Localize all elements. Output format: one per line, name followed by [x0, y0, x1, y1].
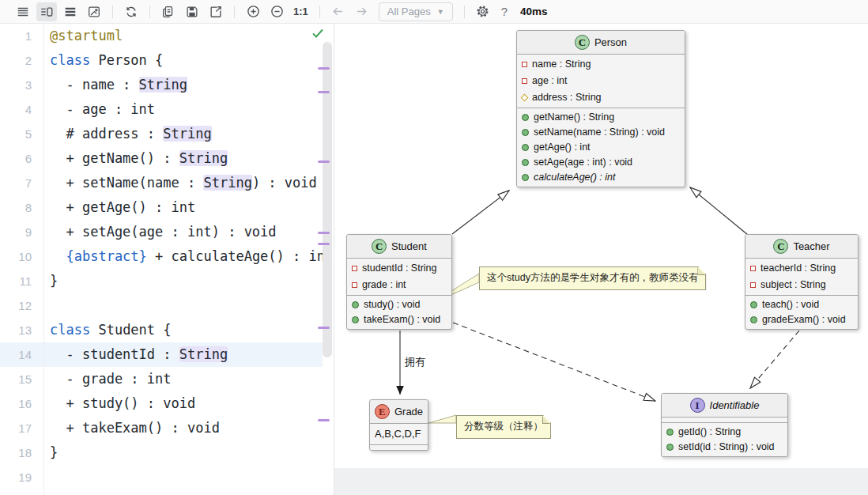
settings-gear-icon[interactable]: [473, 2, 493, 21]
overview-mark: [318, 419, 330, 421]
enum-box-grade: EGradeA,B,C,D,F: [369, 399, 428, 451]
gutter-separator: [43, 24, 44, 495]
view-preview-icon[interactable]: [60, 2, 81, 21]
overview-mark: [318, 91, 330, 93]
editor-scrollbar-thumb[interactable]: [323, 42, 332, 357]
zoom-in-icon[interactable]: [243, 2, 263, 21]
note-grade-comment: 分数等级（注释）: [456, 415, 551, 439]
open-external-icon[interactable]: [206, 2, 226, 21]
interface-badge-icon: I: [690, 398, 705, 413]
render-time-label: 40ms: [520, 6, 548, 17]
toolbar-divider: [149, 6, 150, 18]
copy-document-icon[interactable]: [158, 2, 179, 21]
syntax-ok-check-icon: [311, 28, 324, 39]
help-button[interactable]: ?: [496, 5, 512, 18]
zoom-reset-button[interactable]: 1:1: [290, 6, 311, 17]
edge-teacher-extends-person: [690, 187, 748, 235]
overview-mark: [318, 67, 330, 70]
note-text: 这个study方法的是学生对象才有的，教师类没有: [487, 272, 698, 283]
note-study-method: 这个study方法的是学生对象才有的，教师类没有: [479, 266, 706, 290]
overview-mark: [318, 243, 330, 245]
pages-dropdown[interactable]: All Pages ▼: [379, 2, 453, 21]
edge-student-extends-person: [452, 191, 509, 234]
toolbar-divider: [464, 6, 465, 18]
view-code-icon[interactable]: [13, 2, 33, 21]
edge-student-implements-identifiable: [453, 323, 655, 401]
class-box-person: CPersonname : Stringage : intaddress : S…: [516, 30, 685, 187]
overview-mark: [318, 327, 330, 329]
interface-box-identifiable: IIdentifiablegetId() : StringsetId(id : …: [661, 393, 788, 457]
chevron-down-icon: ▼: [437, 8, 444, 16]
code-lines[interactable]: @startumlclass Person { - name : String …: [50, 24, 334, 489]
code-editor[interactable]: 12345678910111213141516171819 @startumlc…: [0, 24, 334, 495]
nav-forward-icon[interactable]: [352, 2, 372, 21]
class-badge-icon: C: [773, 239, 788, 254]
editor-gutter: 12345678910111213141516171819: [0, 24, 32, 489]
edge-teacher-implements-identifiable: [750, 331, 799, 388]
view-split-icon[interactable]: [36, 2, 57, 21]
zoom-out-icon[interactable]: [266, 2, 287, 21]
refresh-icon[interactable]: [121, 2, 142, 21]
pages-dropdown-value: All Pages: [387, 6, 431, 17]
diagram-canvas[interactable]: CPersonname : Stringage : intaddress : S…: [334, 24, 868, 468]
overview-mark: [318, 161, 330, 163]
enum-badge-icon: E: [375, 404, 390, 419]
diagram-pane: CPersonname : Stringage : intaddress : S…: [334, 24, 868, 495]
edge-label-owns: 拥有: [405, 355, 425, 369]
class-badge-icon: C: [372, 239, 387, 254]
class-badge-icon: C: [575, 35, 590, 50]
toolbar-divider: [234, 6, 235, 18]
toolbar-divider: [319, 6, 320, 18]
overview-mark: [318, 232, 330, 234]
export-image-icon[interactable]: [84, 2, 104, 21]
save-icon[interactable]: [182, 2, 202, 21]
note-connector: [428, 415, 456, 423]
nav-back-icon[interactable]: [328, 2, 349, 21]
class-box-student: CStudentstudentId : Stringgrade : intstu…: [346, 234, 452, 330]
note-text: 分数等级（注释）: [464, 421, 543, 432]
class-box-teacher: CTeacherteacherId : Stringsubject : Stri…: [745, 234, 859, 330]
toolbar-divider: [112, 6, 113, 18]
toolbar: 1:1 All Pages ▼ ? 40ms: [0, 0, 868, 24]
